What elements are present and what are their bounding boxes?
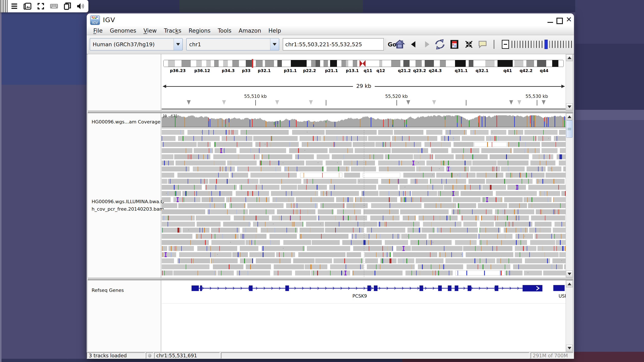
audio-icon[interactable] — [74, 1, 87, 11]
cytoband — [337, 60, 342, 67]
gene-track-label[interactable]: Refseq Genes — [92, 288, 124, 293]
forward-icon[interactable] — [421, 38, 433, 50]
scroll-up-icon[interactable] — [566, 281, 573, 287]
cytoband — [282, 60, 291, 67]
back-icon[interactable] — [408, 38, 419, 50]
fullscreen-icon[interactable] — [34, 1, 48, 11]
cytoband — [239, 60, 246, 67]
gene-name-usp24[interactable]: USP24 — [558, 294, 566, 299]
scrollbar-thumb[interactable] — [566, 120, 572, 138]
feature-panel-data[interactable]: PCSK9 USP24 — [162, 280, 566, 352]
scroll-up-icon[interactable] — [566, 54, 573, 61]
centromere-icon — [360, 60, 362, 67]
ruler-tick — [256, 100, 256, 106]
zoom-tick — [568, 41, 569, 48]
scroll-down-icon[interactable] — [566, 103, 573, 110]
cytoband — [274, 60, 277, 67]
ruler-tick-label: 55,520 kb — [385, 94, 408, 99]
title-bar[interactable]: IGV IGV ✕ — [87, 13, 574, 26]
scroll-down-icon[interactable] — [566, 271, 573, 277]
cytoband-label: q12 — [376, 68, 385, 73]
alignment-panel-label-column: HG00096.wgs...am Coverage HG00096.wgs.IL… — [88, 113, 161, 278]
ruler-tick — [466, 100, 466, 106]
panel-splitter[interactable] — [88, 278, 573, 280]
maximize-button[interactable] — [556, 18, 563, 24]
arrow-right-icon — [561, 85, 565, 88]
cytoband — [191, 60, 196, 67]
screenshot-icon[interactable] — [21, 1, 34, 11]
zoom-slider[interactable] — [512, 40, 574, 49]
cytoband — [164, 60, 168, 67]
locus-input[interactable]: chr1:55,503,221-55,532,525 — [283, 38, 384, 50]
chromosome-select[interactable]: chr1 — [186, 38, 279, 50]
menu-genomes[interactable]: Genomes — [106, 27, 140, 34]
menu-bar: FileGenomesViewTracksRegionsToolsAmazonH… — [87, 26, 574, 35]
coverage-track[interactable] — [162, 115, 566, 127]
locus-panel-data[interactable]: p36.23p36.12p34.3p33p32.1p31.1p22.2p21.1… — [162, 54, 566, 110]
chevron-down-icon[interactable] — [270, 39, 279, 50]
cytoband — [469, 60, 473, 67]
cytoband — [214, 60, 219, 67]
ruler-tick-label: 55,510 kb — [244, 94, 267, 99]
locus-panel-label-column — [88, 54, 161, 110]
menu-regions[interactable]: Regions — [185, 27, 214, 34]
chevron-down-icon[interactable] — [174, 39, 182, 50]
feature-panel-scrollbar[interactable] — [566, 280, 573, 352]
locus-panel-scrollbar[interactable] — [566, 54, 573, 110]
ruler-tick — [537, 100, 537, 106]
zoom-out-icon[interactable] — [502, 40, 509, 49]
cytoband — [256, 60, 263, 67]
vnc-toolbar[interactable] — [0, 0, 88, 12]
zoom-tick — [514, 41, 515, 48]
desktop-patch — [1, 12, 87, 85]
coverage-track-label[interactable]: HG00096.wgs...am Coverage — [92, 119, 160, 125]
cytoband — [196, 60, 202, 67]
drag-handle-icon[interactable] — [0, 0, 8, 12]
cytoband — [425, 60, 434, 67]
cytoband — [391, 60, 400, 67]
cursor-position-status: chr1:55,531,691 — [154, 353, 220, 359]
home-icon[interactable] — [394, 38, 406, 50]
popup-behavior-icon[interactable] — [476, 38, 488, 50]
genome-select[interactable]: Human (GRCh37/hg19) — [90, 38, 183, 50]
menu-help[interactable]: Help — [265, 27, 285, 34]
cytoband — [211, 60, 214, 67]
message-status — [221, 353, 529, 359]
gene-name-pcsk9[interactable]: PCSK9 — [352, 294, 367, 299]
locus-panel: p36.23p36.12p34.3p33p32.1p31.1p22.2p21.1… — [88, 54, 573, 111]
scroll-up-icon[interactable] — [566, 113, 573, 120]
menu-view[interactable]: View — [140, 27, 160, 34]
alignment-track-label-line2[interactable]: h_cov_pcr_free.20140203.bam — [92, 206, 164, 212]
alignment-panel-scrollbar[interactable] — [566, 113, 573, 278]
alignment-track-label-line1[interactable]: HG00096.wgs.ILLUMINA.bwa.G — [92, 199, 164, 204]
cytoband — [366, 60, 379, 67]
define-region-icon[interactable] — [448, 38, 460, 50]
minimize-button[interactable] — [548, 18, 553, 23]
cytoband — [346, 60, 348, 67]
menu-amazon[interactable]: Amazon — [235, 27, 265, 34]
alignment-panel-data[interactable]: [0 - 67] — [162, 113, 566, 278]
scroll-down-icon[interactable] — [566, 345, 573, 352]
fit-to-window-icon[interactable] — [463, 38, 475, 50]
cytoband — [523, 60, 526, 67]
menu-file[interactable]: File — [90, 27, 106, 34]
menu-tracks[interactable]: Tracks — [160, 27, 185, 34]
cytoband — [316, 60, 320, 67]
clipboard-icon[interactable] — [61, 1, 74, 11]
menu-icon[interactable] — [8, 1, 21, 11]
cytoband — [348, 60, 353, 67]
refseq-gene-track[interactable] — [162, 283, 566, 294]
ruler-tick-label: 55,530 kb — [526, 94, 548, 99]
zoom-slider-thumb[interactable] — [544, 40, 548, 49]
chromosome-ideogram[interactable] — [163, 60, 564, 67]
zoom-tick — [542, 41, 542, 48]
chromosome-select-value: chr1 — [186, 41, 270, 47]
menu-tools[interactable]: Tools — [214, 27, 235, 34]
keyboard-icon[interactable] — [48, 1, 61, 11]
ruler-tick — [326, 100, 326, 106]
close-button[interactable]: ✕ — [566, 15, 572, 24]
zoom-tick — [566, 41, 566, 48]
panel-splitter[interactable] — [88, 111, 573, 113]
cytoband — [446, 60, 455, 67]
refresh-icon[interactable] — [434, 38, 446, 50]
